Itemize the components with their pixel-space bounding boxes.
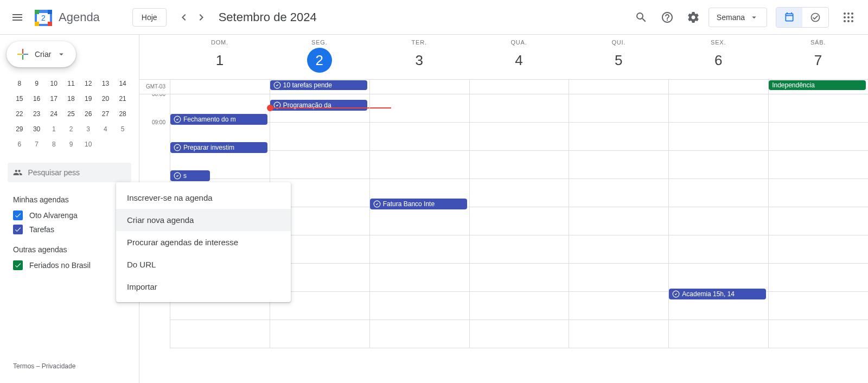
menu-item[interactable]: Inscrever-se na agenda	[116, 187, 291, 209]
settings-button[interactable]	[682, 7, 704, 28]
day-number[interactable]: 1	[207, 48, 232, 73]
day-name: QUA.	[469, 39, 569, 46]
mini-cal-day[interactable]: 7	[30, 138, 43, 151]
calendar-view-button[interactable]	[776, 8, 802, 27]
mini-cal-day[interactable]: 16	[30, 92, 43, 105]
calendar-checkbox[interactable]	[13, 210, 23, 220]
task-chip[interactable]: 10 tarefas pende	[270, 80, 367, 90]
event-chip[interactable]: Programação da	[270, 100, 367, 111]
mini-cal-day[interactable]: 22	[13, 107, 26, 120]
google-apps-button[interactable]	[838, 7, 859, 28]
allday-cell[interactable]: 10 tarefas pende	[270, 80, 369, 94]
day-column[interactable]	[469, 94, 569, 348]
day-column[interactable]	[569, 94, 668, 348]
mini-cal-day[interactable]: 15	[13, 92, 26, 105]
support-button[interactable]	[656, 7, 678, 28]
day-column[interactable]: Academia 15h, 14	[668, 94, 768, 348]
calendar-item[interactable]: Tarefas	[8, 222, 131, 237]
create-button[interactable]: Criar	[7, 41, 76, 67]
mini-cal-day[interactable]: 10	[82, 138, 95, 151]
mini-cal-day[interactable]: 5	[116, 123, 129, 136]
event-chip[interactable]: s	[170, 170, 210, 181]
next-week-button[interactable]	[193, 9, 210, 26]
mini-cal-day[interactable]: 18	[65, 92, 78, 105]
calendar-item[interactable]: Feriados no Brasil	[8, 258, 131, 272]
calendar-logo-icon: 2	[33, 7, 54, 28]
day-header-col[interactable]: QUI.5	[569, 35, 668, 79]
mini-cal-day[interactable]: 26	[82, 107, 95, 120]
day-header-col[interactable]: SEX.6	[668, 35, 768, 79]
allday-cell[interactable]: Independência	[768, 80, 868, 94]
mini-cal-day[interactable]: 9	[30, 77, 43, 90]
menu-item[interactable]: Do URL	[116, 253, 291, 276]
search-people-input[interactable]	[28, 168, 126, 177]
event-chip[interactable]: Academia 15h, 14	[669, 289, 766, 299]
view-selector[interactable]: Semana	[709, 8, 767, 27]
holiday-chip[interactable]: Independência	[769, 80, 866, 90]
day-header-col[interactable]: DOM.1	[170, 35, 270, 79]
allday-cell[interactable]	[668, 80, 768, 94]
day-column[interactable]	[768, 94, 868, 348]
mini-cal-day[interactable]: 25	[65, 107, 78, 120]
calendar-item[interactable]: Oto Alvarenga	[8, 208, 131, 222]
prev-week-button[interactable]	[175, 9, 193, 26]
day-header-col[interactable]: SÁB.7	[768, 35, 868, 79]
allday-cell[interactable]	[569, 80, 668, 94]
day-column[interactable]: Fatura Banco Inte	[369, 94, 469, 348]
day-header-col[interactable]: TER.3	[369, 35, 469, 79]
mini-cal-day[interactable]: 13	[99, 77, 112, 90]
day-number[interactable]: 3	[407, 48, 432, 73]
mini-cal-day[interactable]: 24	[47, 107, 60, 120]
allday-cell[interactable]	[369, 80, 469, 94]
mini-cal-day[interactable]: 21	[116, 92, 129, 105]
mini-cal-day[interactable]: 10	[47, 77, 60, 90]
mini-cal-day[interactable]: 23	[30, 107, 43, 120]
day-number[interactable]: 7	[806, 48, 831, 73]
search-button[interactable]	[630, 7, 652, 28]
footer-links[interactable]: Termos – Privacidade	[0, 356, 139, 376]
allday-cell[interactable]	[469, 80, 569, 94]
mini-cal-day[interactable]: 6	[13, 138, 26, 151]
day-number[interactable]: 2	[307, 48, 332, 73]
search-people[interactable]	[8, 163, 131, 182]
mini-cal-day[interactable]: 20	[99, 92, 112, 105]
mini-cal-day[interactable]: 30	[30, 123, 43, 136]
day-number[interactable]: 5	[606, 48, 631, 73]
day-header-col[interactable]: QUA.4	[469, 35, 569, 79]
event-chip[interactable]: Preparar investim	[170, 142, 267, 153]
main-menu-button[interactable]	[4, 4, 30, 30]
calendar-checkbox[interactable]	[13, 225, 23, 234]
day-number[interactable]: 4	[506, 48, 531, 73]
day-header-col[interactable]: SEG.2	[270, 35, 369, 79]
mini-cal-day[interactable]: 17	[47, 92, 60, 105]
mini-cal-day[interactable]: 27	[99, 107, 112, 120]
mini-cal-day[interactable]: 1	[47, 123, 60, 136]
mini-cal-day[interactable]: 11	[65, 77, 78, 90]
mini-cal-day[interactable]: 8	[47, 138, 60, 151]
calendar-checkbox[interactable]	[13, 260, 23, 270]
mini-cal-day[interactable]: 28	[116, 107, 129, 120]
logo[interactable]: 2 Agenda	[33, 7, 100, 28]
time-label	[139, 317, 170, 345]
day-number[interactable]: 6	[706, 48, 731, 73]
mini-cal-day[interactable]: 2	[65, 123, 78, 136]
today-button[interactable]: Hoje	[132, 8, 167, 27]
event-chip[interactable]: Fatura Banco Inte	[370, 199, 467, 209]
menu-item[interactable]: Procurar agendas de interesse	[116, 231, 291, 253]
menu-item[interactable]: Criar nova agenda	[116, 209, 291, 231]
mini-cal-day[interactable]: 12	[82, 77, 95, 90]
mini-cal-day[interactable]: 8	[13, 77, 26, 90]
mini-cal-day[interactable]: 14	[116, 77, 129, 90]
mini-calendar[interactable]: 8910111213141516171819202122232425262728…	[0, 76, 139, 158]
mini-cal-day[interactable]: 9	[65, 138, 78, 151]
mini-cal-day[interactable]: 19	[82, 92, 95, 105]
mini-cal-day[interactable]: 29	[13, 123, 26, 136]
add-calendar-menu: Inscrever-se na agendaCriar nova agendaP…	[116, 182, 291, 302]
mini-cal-day[interactable]: 3	[82, 123, 95, 136]
event-chip[interactable]: Fechamento do m	[170, 114, 267, 125]
mini-cal-day[interactable]: 4	[99, 123, 112, 136]
event-label: Preparar investim	[183, 144, 234, 151]
tasks-view-button[interactable]	[802, 8, 828, 27]
menu-item[interactable]: Importar	[116, 276, 291, 298]
allday-cell[interactable]	[170, 80, 270, 94]
